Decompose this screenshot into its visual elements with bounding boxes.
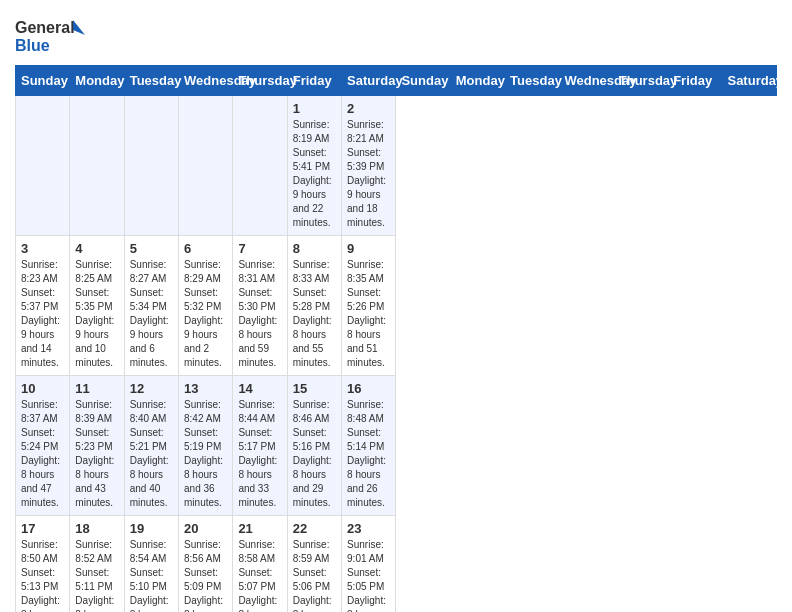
day-info: Sunrise: 8:23 AM Sunset: 5:37 PM Dayligh… bbox=[21, 258, 64, 370]
day-number: 2 bbox=[347, 101, 390, 116]
calendar-cell: 16Sunrise: 8:48 AM Sunset: 5:14 PM Dayli… bbox=[342, 376, 396, 516]
day-number: 17 bbox=[21, 521, 64, 536]
day-info: Sunrise: 8:19 AM Sunset: 5:41 PM Dayligh… bbox=[293, 118, 336, 230]
calendar-cell: 17Sunrise: 8:50 AM Sunset: 5:13 PM Dayli… bbox=[16, 516, 70, 613]
header-thursday: Thursday bbox=[613, 66, 667, 96]
day-info: Sunrise: 8:58 AM Sunset: 5:07 PM Dayligh… bbox=[238, 538, 281, 612]
calendar-week-4: 17Sunrise: 8:50 AM Sunset: 5:13 PM Dayli… bbox=[16, 516, 777, 613]
calendar-cell: 2Sunrise: 8:21 AM Sunset: 5:39 PM Daylig… bbox=[342, 96, 396, 236]
calendar-cell: 7Sunrise: 8:31 AM Sunset: 5:30 PM Daylig… bbox=[233, 236, 287, 376]
day-info: Sunrise: 8:29 AM Sunset: 5:32 PM Dayligh… bbox=[184, 258, 227, 370]
header-saturday: Saturday bbox=[722, 66, 777, 96]
calendar-cell: 6Sunrise: 8:29 AM Sunset: 5:32 PM Daylig… bbox=[179, 236, 233, 376]
calendar-cell: 20Sunrise: 8:56 AM Sunset: 5:09 PM Dayli… bbox=[179, 516, 233, 613]
header-monday: Monday bbox=[450, 66, 504, 96]
calendar-cell bbox=[70, 96, 124, 236]
day-number: 7 bbox=[238, 241, 281, 256]
day-info: Sunrise: 8:50 AM Sunset: 5:13 PM Dayligh… bbox=[21, 538, 64, 612]
day-number: 3 bbox=[21, 241, 64, 256]
day-info: Sunrise: 8:21 AM Sunset: 5:39 PM Dayligh… bbox=[347, 118, 390, 230]
header-wednesday: Wednesday bbox=[179, 66, 233, 96]
calendar-cell: 4Sunrise: 8:25 AM Sunset: 5:35 PM Daylig… bbox=[70, 236, 124, 376]
header-sunday: Sunday bbox=[16, 66, 70, 96]
day-info: Sunrise: 8:54 AM Sunset: 5:10 PM Dayligh… bbox=[130, 538, 173, 612]
header-thursday: Thursday bbox=[233, 66, 287, 96]
day-number: 15 bbox=[293, 381, 336, 396]
header-tuesday: Tuesday bbox=[505, 66, 559, 96]
day-number: 23 bbox=[347, 521, 390, 536]
day-number: 20 bbox=[184, 521, 227, 536]
day-info: Sunrise: 8:48 AM Sunset: 5:14 PM Dayligh… bbox=[347, 398, 390, 510]
logo-svg: GeneralBlue bbox=[15, 15, 85, 55]
calendar-cell: 11Sunrise: 8:39 AM Sunset: 5:23 PM Dayli… bbox=[70, 376, 124, 516]
calendar-cell: 12Sunrise: 8:40 AM Sunset: 5:21 PM Dayli… bbox=[124, 376, 178, 516]
day-number: 11 bbox=[75, 381, 118, 396]
calendar-cell: 3Sunrise: 8:23 AM Sunset: 5:37 PM Daylig… bbox=[16, 236, 70, 376]
day-number: 13 bbox=[184, 381, 227, 396]
calendar-cell: 19Sunrise: 8:54 AM Sunset: 5:10 PM Dayli… bbox=[124, 516, 178, 613]
day-info: Sunrise: 8:44 AM Sunset: 5:17 PM Dayligh… bbox=[238, 398, 281, 510]
calendar-cell: 8Sunrise: 8:33 AM Sunset: 5:28 PM Daylig… bbox=[287, 236, 341, 376]
day-info: Sunrise: 8:46 AM Sunset: 5:16 PM Dayligh… bbox=[293, 398, 336, 510]
day-number: 14 bbox=[238, 381, 281, 396]
day-number: 4 bbox=[75, 241, 118, 256]
day-info: Sunrise: 8:37 AM Sunset: 5:24 PM Dayligh… bbox=[21, 398, 64, 510]
day-number: 12 bbox=[130, 381, 173, 396]
day-info: Sunrise: 8:33 AM Sunset: 5:28 PM Dayligh… bbox=[293, 258, 336, 370]
calendar-cell: 13Sunrise: 8:42 AM Sunset: 5:19 PM Dayli… bbox=[179, 376, 233, 516]
day-info: Sunrise: 9:01 AM Sunset: 5:05 PM Dayligh… bbox=[347, 538, 390, 612]
calendar-table: SundayMondayTuesdayWednesdayThursdayFrid… bbox=[15, 65, 777, 612]
day-info: Sunrise: 8:42 AM Sunset: 5:19 PM Dayligh… bbox=[184, 398, 227, 510]
calendar-cell bbox=[179, 96, 233, 236]
calendar-header-row: SundayMondayTuesdayWednesdayThursdayFrid… bbox=[16, 66, 777, 96]
svg-text:General: General bbox=[15, 19, 75, 36]
day-number: 5 bbox=[130, 241, 173, 256]
day-info: Sunrise: 8:39 AM Sunset: 5:23 PM Dayligh… bbox=[75, 398, 118, 510]
day-info: Sunrise: 8:27 AM Sunset: 5:34 PM Dayligh… bbox=[130, 258, 173, 370]
logo: GeneralBlue bbox=[15, 15, 85, 55]
calendar-week-3: 10Sunrise: 8:37 AM Sunset: 5:24 PM Dayli… bbox=[16, 376, 777, 516]
day-number: 19 bbox=[130, 521, 173, 536]
calendar-cell bbox=[233, 96, 287, 236]
calendar-cell: 15Sunrise: 8:46 AM Sunset: 5:16 PM Dayli… bbox=[287, 376, 341, 516]
day-number: 16 bbox=[347, 381, 390, 396]
calendar-cell bbox=[16, 96, 70, 236]
header: GeneralBlue bbox=[15, 15, 777, 55]
calendar-cell: 1Sunrise: 8:19 AM Sunset: 5:41 PM Daylig… bbox=[287, 96, 341, 236]
day-info: Sunrise: 8:56 AM Sunset: 5:09 PM Dayligh… bbox=[184, 538, 227, 612]
day-info: Sunrise: 8:31 AM Sunset: 5:30 PM Dayligh… bbox=[238, 258, 281, 370]
day-info: Sunrise: 8:35 AM Sunset: 5:26 PM Dayligh… bbox=[347, 258, 390, 370]
day-number: 18 bbox=[75, 521, 118, 536]
header-friday: Friday bbox=[287, 66, 341, 96]
day-info: Sunrise: 8:25 AM Sunset: 5:35 PM Dayligh… bbox=[75, 258, 118, 370]
day-number: 10 bbox=[21, 381, 64, 396]
calendar-cell: 23Sunrise: 9:01 AM Sunset: 5:05 PM Dayli… bbox=[342, 516, 396, 613]
calendar-cell: 14Sunrise: 8:44 AM Sunset: 5:17 PM Dayli… bbox=[233, 376, 287, 516]
day-info: Sunrise: 8:40 AM Sunset: 5:21 PM Dayligh… bbox=[130, 398, 173, 510]
day-number: 1 bbox=[293, 101, 336, 116]
day-number: 22 bbox=[293, 521, 336, 536]
calendar-week-2: 3Sunrise: 8:23 AM Sunset: 5:37 PM Daylig… bbox=[16, 236, 777, 376]
header-wednesday: Wednesday bbox=[559, 66, 613, 96]
calendar-cell bbox=[124, 96, 178, 236]
header-saturday: Saturday bbox=[342, 66, 396, 96]
day-number: 8 bbox=[293, 241, 336, 256]
day-info: Sunrise: 8:52 AM Sunset: 5:11 PM Dayligh… bbox=[75, 538, 118, 612]
calendar-cell: 21Sunrise: 8:58 AM Sunset: 5:07 PM Dayli… bbox=[233, 516, 287, 613]
svg-marker-2 bbox=[73, 20, 85, 35]
day-number: 6 bbox=[184, 241, 227, 256]
calendar-cell: 9Sunrise: 8:35 AM Sunset: 5:26 PM Daylig… bbox=[342, 236, 396, 376]
header-tuesday: Tuesday bbox=[124, 66, 178, 96]
header-friday: Friday bbox=[668, 66, 722, 96]
calendar-cell: 10Sunrise: 8:37 AM Sunset: 5:24 PM Dayli… bbox=[16, 376, 70, 516]
day-number: 21 bbox=[238, 521, 281, 536]
day-number: 9 bbox=[347, 241, 390, 256]
day-info: Sunrise: 8:59 AM Sunset: 5:06 PM Dayligh… bbox=[293, 538, 336, 612]
header-sunday: Sunday bbox=[396, 66, 450, 96]
calendar-cell: 5Sunrise: 8:27 AM Sunset: 5:34 PM Daylig… bbox=[124, 236, 178, 376]
svg-text:Blue: Blue bbox=[15, 37, 50, 54]
calendar-cell: 18Sunrise: 8:52 AM Sunset: 5:11 PM Dayli… bbox=[70, 516, 124, 613]
calendar-week-1: 1Sunrise: 8:19 AM Sunset: 5:41 PM Daylig… bbox=[16, 96, 777, 236]
calendar-cell: 22Sunrise: 8:59 AM Sunset: 5:06 PM Dayli… bbox=[287, 516, 341, 613]
header-monday: Monday bbox=[70, 66, 124, 96]
